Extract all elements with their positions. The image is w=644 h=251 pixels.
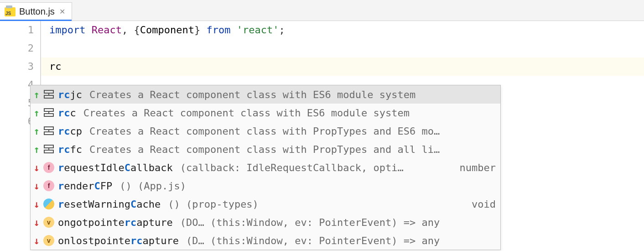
autocomplete-item[interactable]: ↓frequestIdleCallback(callback: IdleRequ… [31, 158, 500, 177]
template-icon [43, 126, 54, 136]
svg-rect-1 [44, 95, 53, 98]
arrow-down-icon: ↓ [33, 199, 40, 210]
arrow-down-icon: ↓ [33, 162, 40, 173]
completion-key: requestIdleCallback [58, 162, 173, 173]
completion-key: resetWarningCache [58, 199, 161, 210]
completion-description: Creates a React component class with Pro… [89, 126, 496, 137]
function-icon: f [43, 162, 54, 173]
close-icon[interactable]: ✕ [58, 7, 66, 16]
arrow-down-icon: ↓ [33, 235, 40, 246]
code-line [49, 39, 644, 58]
completion-description: (callback: IdleRequestCallback, opti… [180, 162, 452, 173]
template-icon [43, 89, 54, 100]
template-icon [43, 144, 54, 155]
svg-rect-3 [44, 109, 53, 111]
completion-key: rccp [58, 126, 82, 137]
autocomplete-popup[interactable]: ↑rcjcCreates a React component class wit… [30, 85, 501, 250]
svg-rect-0 [44, 90, 53, 93]
completion-description: Creates a React component class with Pro… [89, 144, 496, 155]
line-number: 5 [0, 94, 34, 112]
completion-description: Creates a React component class with ES6… [83, 107, 496, 119]
completion-key: renderCFP [58, 180, 112, 192]
autocomplete-item[interactable]: ↑rcjcCreates a React component class wit… [31, 85, 500, 104]
completion-key: rcfc [58, 144, 82, 155]
variable-icon: v [43, 217, 54, 228]
svg-rect-4 [44, 114, 53, 116]
svg-rect-7 [44, 132, 53, 135]
completion-tail-type: void [472, 199, 496, 210]
function-icon: f [43, 180, 54, 191]
tab-filename: Button.js [19, 6, 55, 17]
completion-key: onlostpointercapture [58, 235, 179, 246]
code-line: import React, {Component} from 'react'; [49, 21, 644, 39]
tab-bar: JS Button.js ✕ [0, 0, 644, 21]
arrow-up-icon: ↑ [33, 107, 40, 119]
template-icon [43, 107, 54, 118]
tab-button-js[interactable]: JS Button.js ✕ [0, 2, 72, 21]
autocomplete-item[interactable]: ↓vonlostpointercapture(D… (this:Window, … [31, 231, 500, 250]
arrow-down-icon: ↓ [33, 217, 40, 228]
completion-description: () (App.js) [119, 180, 496, 192]
module-icon [43, 199, 54, 209]
line-number: 3 [0, 58, 34, 76]
js-file-icon: JS [5, 7, 16, 16]
completion-key: rcjc [58, 89, 82, 100]
svg-rect-6 [44, 127, 53, 130]
arrow-up-icon: ↑ [33, 126, 40, 137]
autocomplete-item[interactable]: ↑rcfcCreates a React component class wit… [31, 140, 500, 158]
completion-key: ongotpointercapture [58, 217, 173, 228]
svg-rect-9 [44, 145, 53, 148]
arrow-up-icon: ↑ [33, 144, 40, 155]
autocomplete-item[interactable]: ↑rccCreates a React component class with… [31, 104, 500, 122]
completion-description: Creates a React component class with ES6… [89, 89, 496, 100]
line-number: 2 [0, 39, 34, 58]
autocomplete-item[interactable]: ↓frenderCFP() (App.js) [31, 177, 500, 195]
arrow-down-icon: ↓ [33, 180, 40, 192]
variable-icon: v [43, 235, 54, 246]
completion-tail-type: number [460, 162, 496, 173]
svg-rect-10 [44, 150, 53, 153]
line-number: 1 [0, 21, 34, 39]
completion-key: rcc [58, 107, 76, 119]
completion-description: (DO… (this:Window, ev: PointerEvent) => … [180, 217, 496, 228]
line-number: 6 [0, 112, 34, 131]
autocomplete-item[interactable]: ↓vongotpointercapture(DO… (this:Window, … [31, 213, 500, 231]
line-number: 4 [0, 76, 34, 94]
autocomplete-item[interactable]: ↑rccpCreates a React component class wit… [31, 122, 500, 140]
completion-description: () (prop-types) [168, 199, 463, 210]
code-line-active: rc [41, 58, 644, 76]
completion-description: (D… (this:Window, ev: PointerEvent) => a… [186, 235, 496, 246]
arrow-up-icon: ↑ [33, 89, 40, 100]
autocomplete-item[interactable]: ↓resetWarningCache() (prop-types)void [31, 195, 500, 213]
